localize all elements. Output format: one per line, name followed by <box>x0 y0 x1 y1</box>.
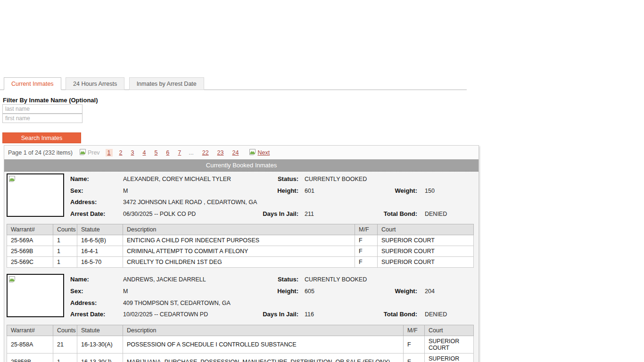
total-bond-label: Total Bond: <box>382 208 417 220</box>
court-header: Court <box>378 224 474 235</box>
weight-label: Weight: <box>382 185 417 197</box>
tab-strip: Current Inmates 24 Hours Arrests Inmates… <box>0 77 467 90</box>
mf-cell: F <box>404 336 425 353</box>
warrant-header: Warrant# <box>7 224 53 235</box>
page-link-7[interactable]: 7 <box>176 149 183 156</box>
inmate-address: 3472 JOHNSON LAKE ROAD , CEDARTOWN, GA <box>123 197 477 208</box>
inmate-record: Name: ALEXANDER, COREY MICHAEL TYLER Sta… <box>4 172 479 268</box>
height-label: Height: <box>257 286 298 297</box>
mf-cell: F <box>355 246 378 257</box>
charge-row: 25-858A 21 16-13-30(A) POSSESSION OF A S… <box>7 336 474 353</box>
inmate-arrest-date: 06/30/2025 -- POLK CO PD <box>123 208 257 220</box>
inmate-photo <box>7 173 64 217</box>
counts-cell: 1 <box>53 235 77 246</box>
arrest-date-label: Arrest Date: <box>70 208 123 220</box>
page-link-3[interactable]: 3 <box>129 149 136 156</box>
inmate-info: Name: ALEXANDER, COREY MICHAEL TYLER Sta… <box>70 173 477 220</box>
inmate-name: ALEXANDER, COREY MICHAEL TYLER <box>123 173 257 185</box>
weight-label: Weight: <box>382 286 417 297</box>
last-name-input[interactable] <box>2 104 83 114</box>
mf-header: M/F <box>404 325 425 336</box>
days-in-jail-label: Days In Jail: <box>257 309 298 321</box>
inmate-address: 409 THOMPSON ST, CEDARTOWN, GA <box>123 297 477 309</box>
name-label: Name: <box>70 173 123 185</box>
page-link-5[interactable]: 5 <box>152 149 159 156</box>
tab-inmates-by-arrest-date[interactable]: Inmates by Arrest Date <box>129 77 204 90</box>
broken-image-icon <box>8 276 17 285</box>
name-label: Name: <box>70 274 123 286</box>
grid-title: Currently Booked Inmates <box>4 159 479 172</box>
warrant-cell: 25-858A <box>7 336 53 353</box>
address-label: Address: <box>70 297 123 309</box>
status-label: Status: <box>257 173 298 185</box>
warrant-cell: 25-569B <box>7 246 53 257</box>
inmate-record: Name: ANDREWS, JACKIE DARRELL Status: CU… <box>4 272 479 362</box>
counts-cell: 1 <box>53 353 77 362</box>
total-bond-label: Total Bond: <box>382 309 417 321</box>
inmate-total-bond: DENIED <box>417 208 477 220</box>
broken-image-icon <box>8 175 17 184</box>
charges-header-row: Warrant# Counts Statute Description M/F … <box>7 325 474 336</box>
search-inmates-button[interactable]: Search Inmates <box>2 132 81 143</box>
court-cell: SUPERIOR COURT <box>378 257 474 268</box>
pager-summary: Page 1 of 24 (232 items) <box>8 149 73 156</box>
counts-cell: 1 <box>53 257 77 268</box>
charges-header-row: Warrant# Counts Statute Description M/F … <box>7 224 474 235</box>
description-cell: CRUELTY TO CHILDREN 1ST DEG <box>123 257 355 268</box>
page-link-2[interactable]: 2 <box>117 149 124 156</box>
counts-header: Counts <box>53 224 77 235</box>
counts-header: Counts <box>53 325 77 336</box>
filter-by-name-label: Filter By Inmate Name (Optional) <box>3 97 98 104</box>
charge-row: 25-569B 1 16-4-1 CRIMINAL ATTEMPT TO COM… <box>7 246 474 257</box>
page-link-24[interactable]: 24 <box>231 149 241 156</box>
pagination-bar: Page 1 of 24 (232 items) Prev 1 2 3 4 5 … <box>4 146 479 159</box>
warrant-cell: 25-569C <box>7 257 53 268</box>
mf-cell: F <box>355 257 378 268</box>
inmate-info: Name: ANDREWS, JACKIE DARRELL Status: CU… <box>70 274 477 320</box>
page-link-6[interactable]: 6 <box>164 149 171 156</box>
warrant-cell: 25-569A <box>7 235 53 246</box>
inmate-status: CURRENTLY BOOKED <box>298 274 477 286</box>
broken-image-icon <box>79 148 87 157</box>
court-header: Court <box>425 325 474 336</box>
page-link-23[interactable]: 23 <box>215 149 226 156</box>
court-cell: SUPERIOR COURT <box>378 246 474 257</box>
inmates-grid-panel: Page 1 of 24 (232 items) Prev 1 2 3 4 5 … <box>4 145 479 362</box>
description-cell: MARIJUANA- PURCHASE, POSSESSION, MANUFAC… <box>123 353 404 362</box>
court-cell: SUPERIOR COURT <box>378 235 474 246</box>
inmate-status: CURRENTLY BOOKED <box>298 173 477 185</box>
sex-label: Sex: <box>70 286 123 297</box>
days-in-jail-label: Days In Jail: <box>257 208 298 220</box>
tab-current-inmates[interactable]: Current Inmates <box>4 77 61 90</box>
inmate-weight: 204 <box>417 286 477 297</box>
next-page-link[interactable]: Next <box>257 149 270 156</box>
first-name-input[interactable] <box>2 114 83 123</box>
statute-cell: 16-4-1 <box>77 246 123 257</box>
statute-header: Statute <box>77 224 123 235</box>
inmate-name: ANDREWS, JACKIE DARRELL <box>123 274 257 286</box>
inmate-arrest-date: 10/02/2025 -- CEDARTOWN PD <box>123 309 257 321</box>
mf-cell: F <box>355 235 378 246</box>
prev-page-link: Prev <box>88 149 100 156</box>
warrant-cell: 25858B <box>7 353 53 362</box>
inmate-sex: M <box>123 185 257 197</box>
page-link-1[interactable]: 1 <box>106 149 113 156</box>
page-ellipsis: ... <box>189 149 193 156</box>
counts-cell: 21 <box>53 336 77 353</box>
sex-label: Sex: <box>70 185 123 197</box>
inmate-total-bond: DENIED <box>417 309 477 321</box>
mf-header: M/F <box>355 224 378 235</box>
page-link-4[interactable]: 4 <box>140 149 148 156</box>
court-cell: SUPERIOR COURT <box>425 336 474 353</box>
description-cell: ENTICING A CHILD FOR INDECENT PURPOSES <box>123 235 355 246</box>
page-link-22[interactable]: 22 <box>200 149 211 156</box>
charge-row: 25-569A 1 16-6-5(B) ENTICING A CHILD FOR… <box>7 235 474 246</box>
tab-24-hours-arrests[interactable]: 24 Hours Arrests <box>66 77 124 90</box>
description-header: Description <box>123 224 355 235</box>
description-header: Description <box>123 325 404 336</box>
statute-cell: 16-13-30(J) <box>77 353 123 362</box>
height-label: Height: <box>257 185 298 197</box>
inmate-days-in-jail: 211 <box>298 208 382 220</box>
counts-cell: 1 <box>53 246 77 257</box>
description-cell: CRIMINAL ATTEMPT TO COMMIT A FELONY <box>123 246 355 257</box>
